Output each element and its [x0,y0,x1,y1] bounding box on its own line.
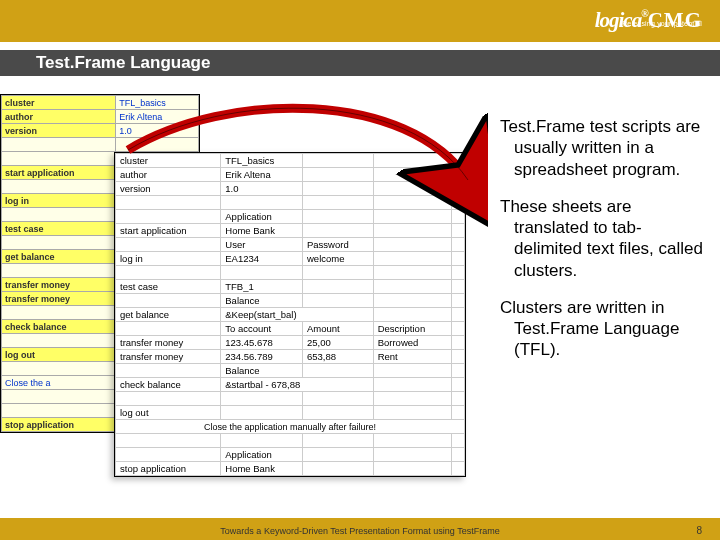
spreadsheet-front: clusterTFL_basics authorErik Altena vers… [114,152,466,477]
brand-tagline: Releasing your potential [622,20,702,27]
page-number: 8 [696,525,702,536]
bullet-3: Clusters are written in Test.Frame Langu… [484,297,704,361]
slide-title: Test.Frame Language [0,50,720,76]
bullet-1: Test.Frame test scripts are usually writ… [484,116,704,180]
bullet-2: These sheets are translated to tab-delim… [484,196,704,281]
footer-text: Towards a Keyword-Driven Test Presentati… [0,526,720,536]
bullet-text: Test.Frame test scripts are usually writ… [484,116,704,377]
close-row: Close the application manually after fai… [116,420,465,434]
